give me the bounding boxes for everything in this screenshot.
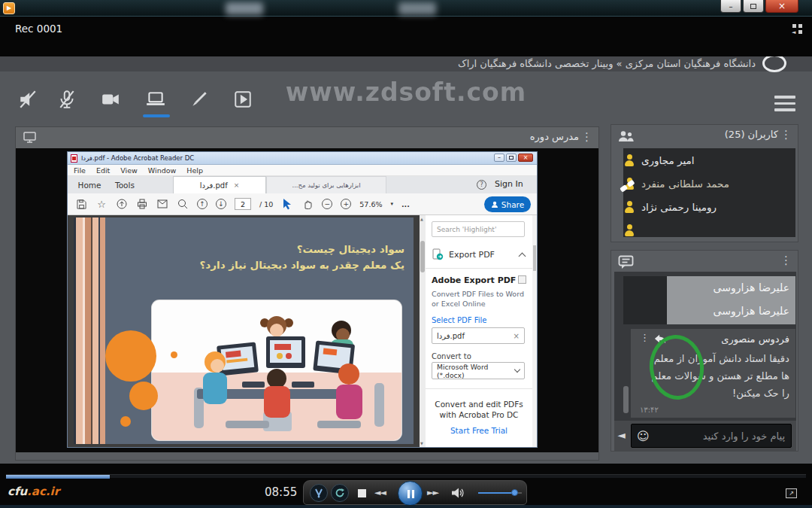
kebab-icon[interactable]: ⋮ [780,255,792,266]
menu-help[interactable]: Help [186,166,203,175]
selected-file-name: فردا.pdf [437,332,465,340]
zoom-level[interactable]: 57.6% [359,200,382,208]
brand-suffix: .ac.ir [27,485,59,498]
panel-scrollbar[interactable] [532,215,537,447]
tools-search-input[interactable]: Search 'Highlight' [432,221,525,237]
message-timestamp: ۱۳:۴۲ [640,406,659,414]
chat-scrollbar[interactable] [623,386,629,413]
zoom-caret-icon[interactable]: ▾ [391,201,394,207]
tab-home[interactable]: Home [74,176,105,193]
acrobat-content: سواد دیجیتال چیست؟ یک معلم چقدر به سواد … [68,215,537,447]
hand-tool-icon[interactable] [301,198,314,210]
user-name: محمد سلطانی منفرد [641,178,729,190]
menu-window[interactable]: Window [148,166,176,175]
webinar-logo [762,54,786,72]
chat-message-input[interactable] [651,424,789,447]
start-free-trial-link[interactable]: Start Free Trial [426,426,532,435]
chevron-up-icon[interactable] [519,252,526,260]
sign-in-link[interactable]: Sign In [495,179,523,189]
next-page-icon[interactable]: ↓ [216,199,226,209]
hand-option-button[interactable] [310,484,328,502]
kebab-icon[interactable]: ⋮ [780,129,792,141]
acrobat-minimize-button[interactable]: – [494,154,504,162]
scrollbar-thumb[interactable] [533,245,536,271]
loop-option-button[interactable] [331,484,349,502]
scroll-down-icon[interactable]: ▼ [420,441,423,446]
document-scrollbar[interactable]: ▲ ▼ [420,215,426,447]
select-pdf-file-link[interactable]: Select PDF File [432,316,486,324]
promo-line1: Convert and edit PDFs [426,399,532,409]
seek-bar-progress [6,475,110,479]
acrobat-maximize-button[interactable] [506,154,517,162]
more-tools-icon[interactable]: ... [401,200,410,208]
page-number-input[interactable]: 2 [235,198,251,210]
volume-fill [478,492,514,494]
zoom-in-icon[interactable]: + [341,199,351,209]
email-icon[interactable] [156,198,168,210]
webinar-header: دانشگاه فرهنگیان استان مرکزی » وبینار تخ… [0,56,812,71]
chat-messages-area: علیرضا هزاروسی علیرضا هزاروسی ⋮ فردوس من… [614,272,796,421]
pages-icon [518,275,526,284]
tab-document-secondary[interactable]: ابزارهایی برای تولید مح... [266,176,386,193]
slide-orange-circle [129,382,158,410]
acrobat-toolbar: ☆ ↑ ↓ 2 / 10 − + 57.6% ▾ ... [68,193,537,215]
slide-orange-circle [120,416,131,427]
tab-document[interactable]: فردا.pdf × [173,176,266,193]
layout-grid-icon[interactable]: ◄ [792,24,806,35]
share-button[interactable]: Share [484,196,531,212]
menu-icon[interactable] [774,96,795,115]
scrollbar-thumb[interactable] [420,241,425,272]
previous-page-icon[interactable]: ↑ [197,199,208,209]
emoji-icon[interactable]: ☺ [637,429,650,443]
user-row[interactable] [623,218,795,237]
acrobat-close-button[interactable]: × [518,154,533,162]
minimize-button[interactable]: – [720,0,741,13]
print-icon[interactable] [136,198,148,210]
volume-knob[interactable] [511,489,518,496]
seek-bar[interactable] [6,474,806,478]
share-person-icon [491,201,498,208]
export-pdf-section[interactable]: Export PDF [432,245,525,263]
star-icon[interactable]: ☆ [95,198,108,210]
rewind-button[interactable]: ◄◄ [374,488,386,497]
brand-prefix: cfu [8,485,27,498]
maximize-button[interactable] [743,0,764,13]
instructor-panel-title: مدرس دوره [530,131,579,142]
user-row[interactable]: رومینا رحمتی نژاد [623,195,795,218]
upload-icon[interactable] [116,198,128,210]
pause-button[interactable] [398,481,423,506]
export-description: Convert PDF Files to Word or Excel Onlin… [432,289,524,309]
tab-tools[interactable]: Tools [108,176,141,193]
format-dropdown[interactable]: Microsoft Word (*.docx) [432,362,525,379]
scroll-up-icon[interactable]: ▲ [420,217,423,221]
menu-edit[interactable]: Edit [96,166,110,175]
user-icon [623,224,635,236]
save-icon[interactable] [75,198,87,210]
user-row[interactable]: امیر مجاوری [623,148,795,172]
menu-file[interactable]: File [74,166,86,175]
user-icon [623,201,635,213]
tab-close-icon[interactable]: × [234,181,240,189]
menu-view[interactable]: View [120,166,138,175]
close-button[interactable]: × [765,0,798,13]
fast-forward-button[interactable]: ►► [427,488,438,497]
zoom-out-icon[interactable]: − [322,199,332,209]
blurred-taskbar-item [226,2,263,15]
kebab-icon[interactable]: ⋮ [640,333,650,342]
selected-file-field[interactable]: فردا.pdf × [432,327,525,344]
cursor-icon[interactable] [281,198,293,210]
popout-icon[interactable]: ↗ [786,488,797,498]
users-panel-title: کاربران (25) [725,129,778,140]
remove-file-icon[interactable]: × [514,332,520,340]
help-icon[interactable]: ? [477,180,486,190]
pinned-names[interactable]: علیرضا هزاروسی علیرضا هزاروسی [667,276,795,324]
user-row[interactable]: محمد سلطانی منفرد [623,172,795,195]
user-name: امیر مجاوری [641,154,694,166]
search-icon[interactable] [177,198,189,210]
kebab-icon[interactable]: ⋮ [581,132,592,143]
webinar-toolbar: www.zdsoft.com [0,71,812,124]
stop-button[interactable] [358,489,366,497]
speaker-icon[interactable] [451,487,465,502]
send-icon[interactable]: ◄ [617,429,626,441]
chat-input-box[interactable]: ☺ [631,424,792,448]
